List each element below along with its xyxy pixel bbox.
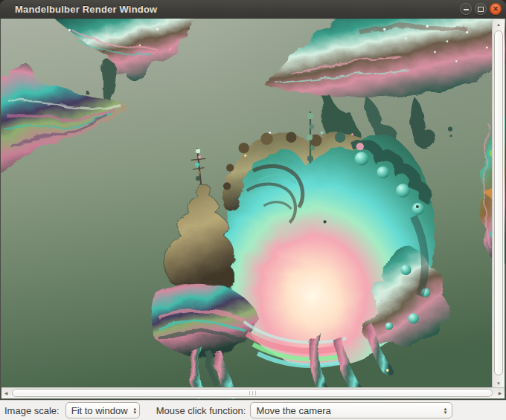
minimize-button[interactable] (460, 3, 472, 15)
maximize-button[interactable] (475, 3, 487, 15)
scroll-right-icon: ▶ (499, 391, 502, 395)
mandelbulber-render-window: Mandelbulber Render Window ✕ (0, 0, 506, 420)
spinner-down-icon: ▾ (134, 410, 137, 414)
spinner-down-icon: ▾ (444, 410, 447, 414)
horizontal-scrollbar-thumb[interactable] (12, 389, 493, 397)
image-scale-label: Image scale: (4, 405, 60, 416)
scroll-up-icon: ▲ (496, 22, 501, 27)
mouse-click-function-value: Move the camera (256, 405, 438, 416)
vertical-scrollbar-thumb[interactable] (494, 30, 503, 375)
minimize-icon (464, 9, 469, 10)
titlebar[interactable]: Mandelbulber Render Window ✕ (0, 0, 506, 19)
mouse-click-function-label: Mouse click function: (156, 405, 246, 416)
horizontal-scrollbar-track[interactable] (10, 388, 496, 398)
vertical-scrollbar-track[interactable] (493, 29, 504, 378)
scroll-up-button[interactable]: ▲ (493, 19, 505, 29)
close-button[interactable]: ✕ (490, 3, 502, 15)
combobox-spinner-icon: ▴ ▾ (134, 407, 137, 414)
toolbar: Image scale: Fit to window ▴ ▾ Mouse cli… (0, 400, 506, 420)
close-icon: ✕ (493, 6, 499, 13)
scroll-left-icon: ◀ (4, 391, 8, 395)
maximize-icon (478, 7, 484, 12)
scroll-left-button[interactable]: ◀ (1, 388, 10, 398)
scroll-down-icon: ▼ (496, 381, 501, 386)
render-viewport[interactable]: ▲ ▼ ◀ ▶ (0, 18, 506, 400)
horizontal-scrollbar[interactable]: ◀ ▶ (1, 387, 505, 398)
window-controls: ✕ (460, 3, 506, 15)
image-scale-combobox[interactable]: Fit to window ▴ ▾ (65, 402, 140, 419)
vertical-scrollbar[interactable]: ▲ ▼ (492, 19, 505, 388)
window-title: Mandelbulber Render Window (0, 4, 157, 15)
scrollbar-grip (249, 391, 256, 395)
fractal-render-image (1, 19, 505, 399)
image-scale-value: Fit to window (71, 405, 128, 416)
scroll-right-button[interactable]: ▶ (496, 388, 505, 398)
combobox-spinner-icon: ▴ ▾ (444, 407, 447, 414)
mouse-click-function-combobox[interactable]: Move the camera ▴ ▾ (250, 402, 452, 419)
